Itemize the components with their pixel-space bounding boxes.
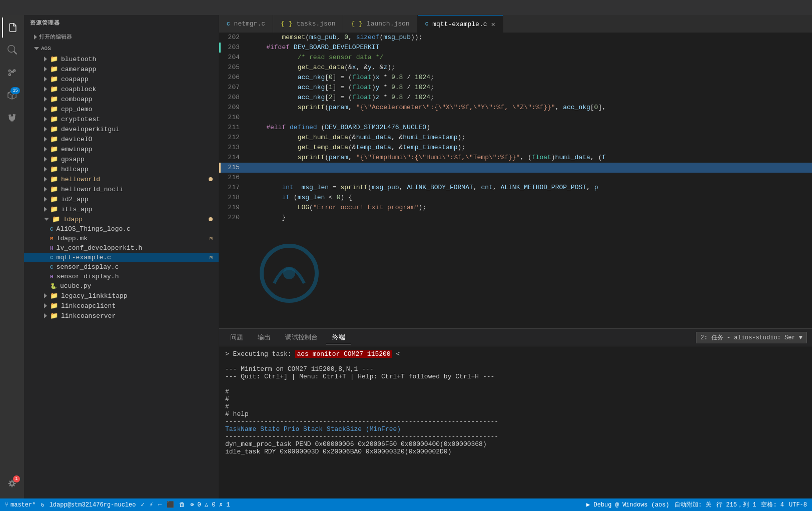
sidebar-item-deviceIO[interactable]: 📁 deviceIO xyxy=(24,134,219,144)
item-label: cryptotest xyxy=(61,116,213,123)
lightning-status[interactable]: ⚡ xyxy=(150,501,153,508)
search-icon[interactable] xyxy=(2,40,22,60)
sidebar-item-ldapp[interactable]: 📁 ldapp xyxy=(24,214,219,224)
file-status[interactable]: ⬛ xyxy=(167,501,174,508)
item-label: developerkitgui xyxy=(61,126,213,133)
tab-output[interactable]: 输出 xyxy=(252,331,277,344)
folder-collapse-icon xyxy=(44,97,47,102)
tab-launch[interactable]: { } launch.json xyxy=(343,15,417,33)
aos-section[interactable]: AOS xyxy=(24,43,219,54)
search-status-text: ldapp@stm32l476rg-nucleo xyxy=(50,501,136,508)
sidebar-item-sensor-display-c[interactable]: C sensor_display.c xyxy=(24,262,219,272)
auto-attach[interactable]: 自动附加: 关 xyxy=(674,500,711,509)
git-branch[interactable]: ⑂ master* xyxy=(5,501,36,508)
sidebar-item-helloworld_nocli[interactable]: 📁 helloworld_nocli xyxy=(24,184,219,194)
sidebar-item-helloworld[interactable]: 📁 helloworld xyxy=(24,174,219,184)
tab-debug-console[interactable]: 调试控制台 xyxy=(279,331,324,344)
terminal-output-line-2: --- Quit: Ctrl+] | Menu: Ctrl+T | Help: … xyxy=(225,373,806,380)
terminal-selector[interactable]: 2: 任务 - alios-studio: Ser ▼ xyxy=(696,332,807,343)
folder-icon: 📁 xyxy=(50,55,58,63)
trash-status[interactable]: 🗑 xyxy=(179,501,185,508)
terminal-separator: ----------------------------------------… xyxy=(225,418,806,425)
tab-close-button[interactable]: ✕ xyxy=(491,20,495,29)
sync-button[interactable]: ↻ xyxy=(41,501,44,508)
tab-netmgr[interactable]: C netmgr.c xyxy=(219,15,273,33)
sidebar-item-cameraapp[interactable]: 📁 cameraapp xyxy=(24,64,219,74)
item-label: comboapp xyxy=(61,96,213,103)
sidebar-item-itls_app[interactable]: 📁 itls_app xyxy=(24,204,219,214)
sidebar-item-linkcoanserver[interactable]: 📁 linkcoanserver xyxy=(24,311,219,321)
h-icon: H xyxy=(50,245,54,251)
item-label: helloworld xyxy=(61,176,206,183)
folder-icon: 📁 xyxy=(50,105,58,113)
folder-collapse-icon xyxy=(44,187,47,192)
item-label: coapblock xyxy=(61,86,213,93)
sidebar-item-mqtt-example[interactable]: C mqtt-example.c M xyxy=(24,253,219,262)
terminal-output-line-1: --- Miniterm on COM27 115200,8,N,1 --- xyxy=(225,365,806,373)
position-status[interactable]: 行 215，列 1 xyxy=(716,500,756,509)
sidebar-item-cpp_demo[interactable]: 📁 cpp_demo xyxy=(24,104,219,114)
sidebar-item-cryptotest[interactable]: 📁 cryptotest xyxy=(24,114,219,124)
item-label: id2_app xyxy=(61,196,213,203)
sidebar-item-bluetooth[interactable]: 📁 bluetooth xyxy=(24,54,219,64)
sidebar-item-lv-conf[interactable]: H lv_conf_developerkit.h xyxy=(24,243,219,253)
sidebar-item-emwinapp[interactable]: 📁 emwinapp xyxy=(24,144,219,154)
folder-icon: 📁 xyxy=(50,65,58,73)
terminal-row-2: idle_task RDY 0x0000003D 0x20006BA0 0x00… xyxy=(225,448,806,455)
files-icon[interactable] xyxy=(2,18,22,38)
sidebar-item-legacy[interactable]: 📁 legacy_linkkitapp xyxy=(24,291,219,301)
tab-tasks[interactable]: { } tasks.json xyxy=(273,15,343,33)
terminal-content[interactable]: > Executing task: aos monitor COM27 1152… xyxy=(219,346,812,498)
sidebar-item-hdlcapp[interactable]: 📁 hdlcapp xyxy=(24,164,219,174)
c-icon: C xyxy=(50,226,54,232)
item-label: gpsapp xyxy=(61,156,213,163)
encoding-status[interactable]: UTF-8 xyxy=(789,501,807,508)
errors-text: ⊗ 0 △ 0 ✗ 1 xyxy=(190,501,230,508)
settings-icon[interactable]: 1 xyxy=(2,473,22,493)
tab-problems[interactable]: 问题 xyxy=(224,331,249,344)
sidebar-item-ucube-py[interactable]: 🐍 ucube.py xyxy=(24,281,219,291)
sidebar-item-coapapp[interactable]: 📁 coapapp xyxy=(24,74,219,84)
code-line-215: 215 xyxy=(219,163,812,173)
check-status[interactable]: ✓ xyxy=(141,501,144,508)
tab-c-icon: C xyxy=(425,21,429,27)
sidebar-item-coapblock[interactable]: 📁 coapblock xyxy=(24,84,219,94)
folder-collapse-icon xyxy=(44,303,47,308)
terminal-separator-2: ----------------------------------------… xyxy=(225,433,806,440)
source-control-icon[interactable] xyxy=(2,63,22,83)
terminal-table-header: TaskName State Prio Stack StackSize (Min… xyxy=(225,425,806,433)
code-line-205: 205 get_acc_data(&x, &y, &z); xyxy=(219,63,812,73)
sidebar-item-sensor-display-h[interactable]: H sensor_display.h xyxy=(24,272,219,281)
tab-mqtt[interactable]: C mqtt-example.c ✕ xyxy=(418,15,503,33)
sidebar-item-developerkitgui[interactable]: 📁 developerkitgui xyxy=(24,124,219,134)
debug-icon[interactable] xyxy=(2,108,22,128)
folder-expand-icon xyxy=(44,218,49,221)
folder-icon: 📁 xyxy=(50,292,58,300)
errors-status[interactable]: ⊗ 0 △ 0 ✗ 1 xyxy=(190,501,230,508)
modified-dot xyxy=(209,177,213,181)
sidebar-item-linkcoapclient[interactable]: 📁 linkcoapclient xyxy=(24,301,219,311)
sidebar-item-gpsapp[interactable]: 📁 gpsapp xyxy=(24,154,219,164)
sidebar-item-id2_app[interactable]: 📁 id2_app xyxy=(24,194,219,204)
code-line-204: 204 /* read sensor data */ xyxy=(219,53,812,63)
folder-collapse-icon xyxy=(44,67,47,72)
tab-terminal[interactable]: 终端 xyxy=(326,331,351,344)
code-line-216: 216 xyxy=(219,173,812,183)
spaces-status[interactable]: 空格: 4 xyxy=(761,500,784,509)
folder-icon: 📁 xyxy=(50,125,58,133)
folder-icon: 📁 xyxy=(50,95,58,103)
open-editors-section[interactable]: 打开的编辑器 xyxy=(24,31,219,43)
debug-status[interactable]: ▶ Debug @ Windows (aos) xyxy=(586,501,669,508)
sidebar-item-ldapp-mk[interactable]: M ldapp.mk M xyxy=(24,234,219,243)
arrow-status[interactable]: ← xyxy=(158,501,162,508)
extensions-icon[interactable]: 15 xyxy=(2,85,22,105)
code-editor[interactable]: 202 memset(msg_pub, 0, sizeof(msg_pub));… xyxy=(219,33,812,328)
item-label: linkcoanserver xyxy=(61,312,213,320)
sidebar-item-comboapp[interactable]: 📁 comboapp xyxy=(24,94,219,104)
item-label: cameraapp xyxy=(61,66,213,73)
code-line-220: 220 } xyxy=(219,213,812,223)
terminal-hash-3: # xyxy=(225,403,806,410)
sidebar-item-alios-logo[interactable]: C AliOS_Things_logo.c xyxy=(24,224,219,234)
terminal-help: # help xyxy=(225,410,806,418)
search-status[interactable]: ldapp@stm32l476rg-nucleo xyxy=(50,501,136,508)
